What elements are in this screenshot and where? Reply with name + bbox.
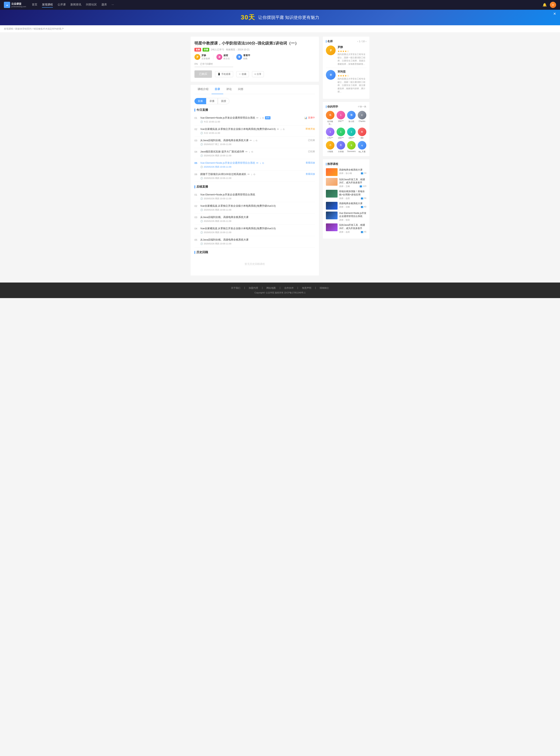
navigation: ☁ 云朵课堂 yunduoketang.com 首页 发现课程 公开课 新闻资讯…: [0, 0, 560, 10]
nav-more[interactable]: ···: [112, 2, 114, 7]
edit-icon-2[interactable]: ✏: [277, 127, 279, 131]
nav-open[interactable]: 公开课: [58, 2, 66, 7]
recommend-teacher-6: 讲师：岳田: [339, 231, 350, 234]
recommend-info-4: 高级电商全栈系统大课 讲师：冷峰 👥 40: [339, 202, 366, 208]
progress-percent: 0%: [195, 63, 198, 65]
history-title: 历史回顾: [195, 251, 315, 254]
next-icon[interactable]: ›: [365, 40, 366, 43]
prev-icon[interactable]: ‹: [357, 40, 358, 43]
download-icon-4[interactable]: ↓: [249, 150, 250, 153]
share-icon-5[interactable]: ⎋: [262, 161, 264, 164]
recommend-6[interactable]: 玩转Java开发工具，精通JUC，成为开发多面手 讲师：岳田 👥 46: [326, 223, 366, 234]
logo[interactable]: ☁ 云朵课堂 yunduoketang.com: [4, 2, 26, 8]
share-button[interactable]: ⎋ 分享: [252, 71, 264, 77]
lesson-info-3: 从Java后端到全栈、高级电商全栈系统大课 ✏ ↓ ⎋ 🕐 2020/02/27…: [200, 139, 306, 146]
buy-button[interactable]: 已购买: [195, 71, 212, 78]
lesson-6: 06 跟随千万级项目从0到100全过程高效成长 ✏ ↓ ⎋ 🕐 2020/02/…: [195, 171, 315, 182]
tab-intro[interactable]: 课程介绍: [195, 85, 212, 94]
sub-tab-offline[interactable]: 面授: [218, 98, 229, 104]
nav-news[interactable]: 新闻资讯: [71, 2, 81, 7]
download-icon-3[interactable]: ↓: [253, 139, 255, 142]
breadcrumb-sep1: /: [14, 27, 15, 30]
classmate-6[interactable]: 1 1567**: [337, 127, 345, 139]
edit-icon-4[interactable]: ✏: [245, 150, 248, 153]
download-icon-2[interactable]: ↓: [280, 127, 282, 131]
user-avatar[interactable]: U: [550, 2, 556, 8]
lesson-status-5[interactable]: 查看回放: [306, 161, 315, 164]
edit-icon-6[interactable]: ✏: [247, 173, 250, 176]
lesson-status-1[interactable]: 📊 直播中: [304, 116, 315, 119]
recommend-5[interactable]: Vue Element+Node.js开发企业通用管理后台系统 讲师：张田: [326, 212, 366, 222]
classmate-8[interactable]: B Bill: [358, 127, 366, 139]
edit-icon-5[interactable]: ✏: [256, 161, 259, 164]
share-icon-4[interactable]: ⎋: [252, 150, 253, 153]
classmate-7[interactable]: 1 1867**: [347, 127, 356, 139]
bell-icon[interactable]: 🔔: [542, 3, 547, 7]
classmate-2[interactable]: 1 1567**: [337, 111, 345, 126]
nav-courses[interactable]: 发现课程: [42, 2, 53, 7]
classmate-3[interactable]: 张 张小田: [347, 111, 356, 126]
future-title-3: 从Java后端到全栈、高级电商全栈系统大课: [200, 216, 315, 219]
sub-tab-record[interactable]: 录播: [206, 98, 218, 104]
refresh-button[interactable]: ↺ 换一换: [358, 105, 366, 108]
sub-tab-live[interactable]: 直播: [195, 98, 206, 104]
share-icon-2[interactable]: ⎋: [283, 127, 284, 131]
recommend-course-title-5: Vue Element+Node.js开发企业通用管理后台系统: [339, 212, 366, 218]
share-icon-1[interactable]: ⎋: [262, 116, 264, 119]
recommend-3[interactable]: 前端全栈加强版！前端全栈+全周期+多组应用 讲师：岳田 👥 56: [326, 190, 366, 200]
classmate-avatar-10: 大: [337, 141, 345, 150]
edit-icon-1[interactable]: ✏: [256, 116, 259, 119]
tab-qa[interactable]: 问答: [235, 85, 246, 94]
classmate-avatar-3: 张: [347, 111, 356, 119]
download-icon-1[interactable]: ↓: [260, 116, 261, 119]
footer-partner[interactable]: 合作伙伴: [284, 286, 294, 290]
classmate-9[interactable]: 小 小熊熊: [326, 141, 335, 153]
recommend-1[interactable]: 高级电商全栈系统大课 讲师：张小锋 👥 34: [326, 168, 366, 176]
mobile-button[interactable]: 📱 手机观看: [215, 71, 233, 77]
banner-close[interactable]: ✕: [553, 12, 556, 16]
tag-live: 直播: [195, 48, 201, 52]
tab-catalog[interactable]: 目录: [212, 85, 223, 94]
recommend-students-1: 👥 34: [361, 172, 366, 175]
download-icon-5[interactable]: ↓: [260, 161, 261, 164]
share-icon-3[interactable]: ⎋: [256, 139, 257, 142]
lesson-status-6[interactable]: 查看回放: [306, 173, 315, 176]
breadcrumb-series[interactable]: 新媒体营销系列: [15, 27, 32, 30]
classmate-4[interactable]: C Charles: [358, 111, 366, 126]
collect-button[interactable]: ☆ 收藏: [236, 71, 249, 77]
footer-agent[interactable]: 加盟代理: [249, 286, 258, 290]
clock-icon-2: 🕐: [200, 132, 203, 134]
clock-icon-5: 🕐: [200, 166, 203, 168]
classmate-1[interactable]: 化 化学教书...: [326, 111, 335, 126]
classmate-10[interactable]: 大 大笨狼: [337, 141, 345, 153]
banner-highlight: 30天: [241, 13, 255, 22]
classmate-5[interactable]: 1 1767**: [326, 127, 335, 139]
share-icon-6[interactable]: ⎋: [254, 173, 255, 176]
footer-sitemap[interactable]: 网站地图: [266, 286, 276, 290]
footer-copyright: Copyright© 云朵学院 版权所有 京ICP备17051340号-1: [4, 291, 556, 294]
share-label: 分享: [257, 73, 261, 76]
recommend-4[interactable]: 高级电商全栈系统大课 讲师：冷峰 👥 40: [326, 202, 366, 210]
nav-home[interactable]: 首页: [32, 2, 37, 7]
lesson-info-5: Vue Element+Node.js开发企业通用管理后台系统 ✏ ↓ ⎋ 🕐 …: [200, 161, 304, 168]
lesson-title-3: 从Java后端到全栈、高级电商全栈系统大课 ✏ ↓ ⎋: [200, 139, 306, 142]
nav-qa[interactable]: 问答社区: [86, 2, 97, 7]
breadcrumb-courses[interactable]: 发现课程: [4, 27, 13, 30]
future-time-2: 🕐 2020/02/26 周四 10:00-11:00: [200, 208, 315, 211]
classmate-avatar-6: 1: [337, 127, 345, 136]
footer-disclaimer[interactable]: 免责声明: [302, 286, 311, 290]
nav-topics[interactable]: 题库: [101, 2, 107, 7]
edit-icon-3[interactable]: ✏: [250, 139, 252, 142]
recommend-2[interactable]: 玩转Java开发工具，精通JUC，成为开发多面手 讲师：王峰 👥 123: [326, 178, 366, 188]
progress-text: 已学习0课时: [200, 63, 213, 65]
footer-join[interactable]: 招纳纳士: [320, 286, 329, 290]
classmate-12[interactable]: q qq_天蓬: [358, 141, 366, 153]
classmate-avatar-4: C: [358, 111, 366, 119]
teacher-stars-1: ★★★★☆: [338, 50, 366, 53]
tab-comments[interactable]: 评论: [223, 85, 235, 94]
classmate-11[interactable]: S Summers: [347, 141, 356, 153]
download-icon-6[interactable]: ↓: [251, 173, 253, 176]
future-info-5: 从Java后端到全栈、高级电商全栈系统大课 🕐 2020/02/26 周四 10…: [200, 238, 315, 245]
recommend-thumb-5: [326, 212, 338, 219]
footer-about[interactable]: 关于我们: [231, 286, 240, 290]
